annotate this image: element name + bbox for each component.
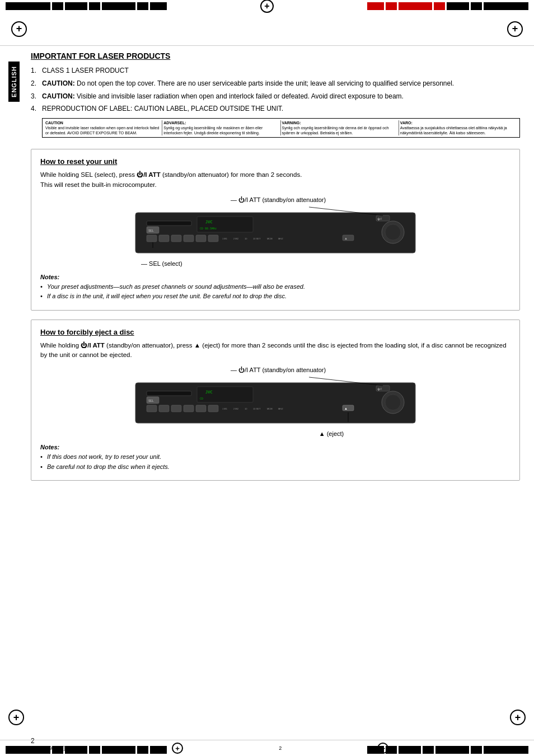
bottom-bar-decorative: [0, 744, 534, 756]
bar-block: [447, 2, 469, 10]
eject-section: How to forcibly eject a disc While holdi…: [31, 320, 520, 481]
svg-rect-28: [147, 391, 191, 396]
list-text: REPRODUCTION OF LABEL: CAUTION LABEL, PL…: [42, 105, 283, 112]
reset-body-text: While holding SEL (select), press ⏻/I AT…: [40, 170, 510, 190]
bar-block-red: [434, 2, 445, 10]
bar-block: [150, 2, 167, 10]
eject-top-label: — ⏻/I ATT (standby/on attenuator): [231, 367, 421, 373]
bar-block: [52, 2, 63, 10]
svg-text:CD: CD: [200, 397, 203, 400]
eject-notes-title: Notes:: [40, 444, 510, 450]
svg-text:▲: ▲: [344, 407, 348, 410]
svg-rect-34: [171, 405, 181, 412]
bar-block: [6, 746, 50, 754]
bar-block-red: [399, 2, 432, 10]
bar-block-red: [386, 2, 397, 10]
svg-rect-5: [147, 235, 157, 242]
eject-section-title: How to forcibly eject a disc: [40, 328, 510, 336]
bar-block: [471, 746, 482, 754]
bar-block: [52, 746, 63, 754]
warning-col-varo: VARO: Avattaessa ja suojalukitus ohitett…: [400, 120, 517, 135]
reset-section: How to reset your unit While holding SEL…: [31, 149, 520, 310]
bar-block: [484, 746, 528, 754]
svg-rect-10: [208, 235, 218, 242]
caution-bold: CAUTION:: [42, 79, 75, 87]
bar-block: [89, 2, 100, 10]
svg-text:▲: ▲: [344, 237, 348, 240]
svg-rect-0: [135, 213, 415, 253]
bar-block: [102, 746, 135, 754]
warning-body: Avattaessa ja suojalukitus ohitettaessa …: [400, 125, 515, 135]
list-item: 4. REPRODUCTION OF LABEL: CAUTION LABEL,…: [31, 104, 520, 114]
warning-body: Visible and invisible laser radiation wh…: [45, 125, 160, 135]
bar-block: [386, 746, 397, 754]
svg-text:10: 10: [245, 237, 247, 240]
reset-note-1: Your preset adjustments—such as preset c…: [40, 283, 510, 291]
eject-body-text: While holding ⏻/I ATT (standby/on attenu…: [40, 341, 510, 360]
list-num: 2.: [31, 79, 36, 88]
svg-point-14: [385, 224, 401, 240]
svg-text:⏻/I: ⏻/I: [377, 387, 382, 391]
caution-bold: CAUTION:: [42, 92, 75, 100]
svg-text:2 M2: 2 M2: [233, 237, 239, 240]
warning-label-box: CAUTION Visible and invisible laser radi…: [42, 118, 520, 138]
svg-text:JVC: JVC: [205, 220, 213, 224]
svg-text:⏻/I: ⏻/I: [377, 217, 382, 220]
bar-block: [399, 746, 421, 754]
list-text: Visible and invisible laser radiation wh…: [77, 92, 404, 100]
list-text: CLASS 1 LASER PRODUCT: [42, 67, 129, 74]
eject-note-2: Be careful not to drop the disc when it …: [40, 463, 510, 471]
crosshair-bottom-left: +: [8, 710, 24, 725]
svg-text:CD 88.5MHz: CD 88.5MHz: [200, 227, 217, 230]
svg-rect-6: [159, 235, 169, 242]
warning-body: Synlig og usynlig laserstråling når mask…: [163, 125, 278, 135]
important-title: IMPORTANT FOR LASER PRODUCTS: [31, 51, 520, 60]
list-num: 3.: [31, 92, 36, 101]
svg-text:10: 10: [245, 407, 247, 410]
bar-block: [367, 746, 384, 754]
svg-rect-8: [184, 235, 194, 242]
top-bar-left: [0, 0, 260, 12]
crosshair-top-center: +: [260, 0, 274, 13]
warning-header: ADVARSEL:: [163, 120, 278, 125]
top-device-label: — ⏻/I ATT (standby/on attenuator): [231, 196, 421, 203]
svg-point-41: [385, 395, 401, 410]
svg-text:MCM: MCM: [267, 407, 273, 410]
bar-block: [6, 2, 50, 10]
bar-block: [65, 2, 87, 10]
warning-header: VARO:: [400, 120, 515, 125]
bar-block-red: [367, 2, 384, 10]
crosshair-left: +: [11, 21, 27, 37]
warning-body: Synlig och osynlig laserstrålning när de…: [282, 125, 397, 135]
list-text: Do not open the top cover. There are no …: [77, 79, 454, 87]
stereo-svg-reset: JVC CD 88.5MHz SEL: [130, 204, 421, 257]
att-symbol-eject: ⏻/I ATT: [81, 342, 105, 349]
bar-block: [484, 2, 528, 10]
list-item: 2. CAUTION: Do not open the top cover. T…: [31, 79, 520, 88]
svg-text:SEL: SEL: [148, 399, 154, 402]
list-item: 3. CAUTION: Visible and invisible laser …: [31, 92, 520, 101]
reset-notes: Notes: Your preset adjustments—such as p…: [40, 274, 510, 301]
svg-rect-33: [159, 405, 169, 412]
top-bar-right: [274, 0, 534, 12]
svg-text:SEL: SEL: [148, 229, 154, 232]
top-bar-container: +: [0, 0, 534, 12]
bar-block: [65, 746, 87, 754]
important-section: IMPORTANT FOR LASER PRODUCTS 1. CLASS 1 …: [31, 51, 520, 138]
svg-text:10 SET: 10 SET: [253, 237, 261, 240]
eject-symbol: ▲: [194, 342, 200, 349]
bar-block: [435, 746, 469, 754]
svg-text:MHZ: MHZ: [278, 407, 283, 410]
reset-note-2: If a disc is in the unit, it will eject …: [40, 292, 510, 300]
warning-col-varning: VARNING: Synlig och osynlig laserstrålni…: [282, 120, 399, 135]
eject-device-diagram: — ⏻/I ATT (standby/on attenuator) JVC CD…: [40, 367, 510, 437]
main-content: IMPORTANT FOR LASER PRODUCTS 1. CLASS 1 …: [31, 51, 520, 506]
svg-text:MHZ: MHZ: [278, 237, 283, 240]
crosshair-bottom-right: +: [510, 710, 526, 725]
svg-text:2 M2: 2 M2: [233, 407, 239, 410]
svg-rect-7: [171, 235, 181, 242]
reset-device-diagram: — ⏻/I ATT (standby/on attenuator) JVC CD…: [40, 196, 510, 267]
bottom-bar-left: [0, 744, 267, 756]
svg-text:1 M1: 1 M1: [222, 237, 228, 240]
warning-header: VARNING:: [282, 120, 397, 125]
